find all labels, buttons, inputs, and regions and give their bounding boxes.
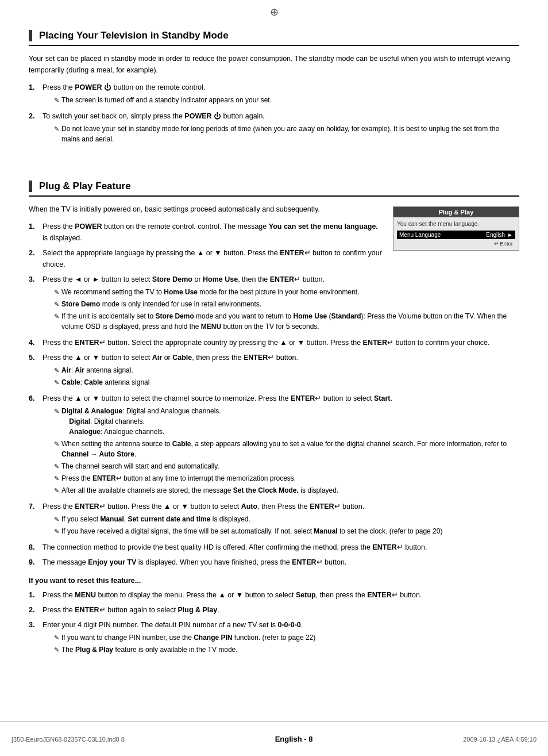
section-standby: Placing Your Television in Standby Mode … xyxy=(29,30,519,146)
reset-step-3: 3. Enter your 4 digit PIN number. The de… xyxy=(29,619,519,657)
standby-step-1: 1. Press the POWER ⏻ button on the remot… xyxy=(29,82,519,107)
section-plug-play: Plug & Play Feature Plug & Play You can … xyxy=(29,181,519,660)
step5-note-1: ✎ Air: Air antenna signal. xyxy=(54,365,519,375)
footer-right: 2009-10-13 ¿ÀÊÀ 4:59:10 xyxy=(463,736,537,743)
header-decoration: ⊕ xyxy=(0,0,548,21)
plug-play-step-7: 7. Press the ENTER↵ button. Press the ▲ … xyxy=(29,501,519,538)
step3-note-3: ✎ If the unit is accidentally set to Sto… xyxy=(54,311,519,332)
plug-play-step-3: 3. Press the ◄ or ► button to select Sto… xyxy=(29,274,519,333)
section-title-bar-2 xyxy=(29,181,32,192)
crosshair-icon: ⊕ xyxy=(270,6,279,18)
step3-note-2: ✎ Store Demo mode is only intended for u… xyxy=(54,299,519,309)
section-standby-title: Placing Your Television in Standby Mode xyxy=(29,30,519,46)
step5-note-2: ✎ Cable: Cable antenna signal xyxy=(54,377,519,387)
plug-play-box: Plug & Play You can set the menu languag… xyxy=(393,206,519,251)
plug-play-box-content: You can set the menu language. Menu Lang… xyxy=(393,217,519,250)
standby-step-2: 2. To switch your set back on, simply pr… xyxy=(29,110,519,146)
step6-note-4: ✎ Press the ENTER↵ button at any time to… xyxy=(54,473,519,483)
step7-note-2: ✎ If you have received a digital signal,… xyxy=(54,526,519,536)
step7-note-1: ✎ If you select Manual, Set current date… xyxy=(54,514,519,524)
reset-step3-note-2: ✎ The Plug & Play feature is only availa… xyxy=(54,644,519,655)
footer-left: [350-EeuroJBN68-02357C-03L10.ind8 8 xyxy=(11,736,125,743)
standby-steps: 1. Press the POWER ⏻ button on the remot… xyxy=(29,82,519,146)
plug-play-enter: ↵ Enter xyxy=(397,239,515,248)
section-plug-play-title: Plug & Play Feature xyxy=(29,181,519,197)
plug-play-step-1: 1. Press the POWER button on the remote … xyxy=(29,221,384,244)
step6-note-1: ✎ Digital & Analogue: Digital and Analog… xyxy=(54,406,519,437)
footer-center: English - 8 xyxy=(275,735,313,743)
step6-note-3: ✎ The channel search will start and end … xyxy=(54,461,519,471)
plug-play-step-9: 9. The message Enjoy your TV is displaye… xyxy=(29,557,519,568)
reset-step-2: 2. Press the ENTER↵ button again to sele… xyxy=(29,604,519,616)
spacer xyxy=(29,163,519,181)
plug-play-step-4: 4. Press the ENTER↵ button. Select the a… xyxy=(29,337,519,348)
section-title-bar xyxy=(29,30,32,41)
plug-play-steps: 1. Press the POWER button on the remote … xyxy=(29,221,519,568)
step6-note-2: ✎ When setting the antenna source to Cab… xyxy=(54,439,519,459)
plug-play-step-5: 5. Press the ▲ or ▼ button to select Air… xyxy=(29,352,519,389)
step3-note-1: ✎ We recommend setting the TV to Home Us… xyxy=(54,287,519,297)
plug-play-step-6: 6. Press the ▲ or ▼ button to select the… xyxy=(29,393,519,497)
content-area: Placing Your Television in Standby Mode … xyxy=(0,21,548,723)
reset-section-title: If you want to reset this feature... xyxy=(29,577,519,585)
plug-play-subtitle: You can set the menu language. xyxy=(397,220,515,229)
plug-play-step-2: 2. Select the appropriate language by pr… xyxy=(29,247,384,270)
standby-step-1-note: ✎ The screen is turned off and a standby… xyxy=(54,95,519,105)
plug-play-menu-row: Menu Language English ► xyxy=(397,231,515,239)
reset-step3-note-1: ✎ If you want to change PIN number, use … xyxy=(54,632,519,643)
step6-note-5: ✎ After all the available channels are s… xyxy=(54,485,519,496)
reset-steps: 1. Press the MENU button to display the … xyxy=(29,589,519,657)
arrow-right-icon: ► xyxy=(507,232,513,238)
page-wrapper: ⊕ Placing Your Television in Standby Mod… xyxy=(0,0,548,756)
footer: [350-EeuroJBN68-02357C-03L10.ind8 8 Engl… xyxy=(0,722,548,756)
plug-play-step-8: 8. The connection method to provide the … xyxy=(29,542,519,553)
plug-play-box-title: Plug & Play xyxy=(393,207,519,217)
standby-intro: Your set can be placed in standby mode i… xyxy=(29,53,519,76)
reset-step-1: 1. Press the MENU button to display the … xyxy=(29,589,519,601)
standby-step-2-note: ✎ Do not leave your set in standby mode … xyxy=(54,124,519,144)
